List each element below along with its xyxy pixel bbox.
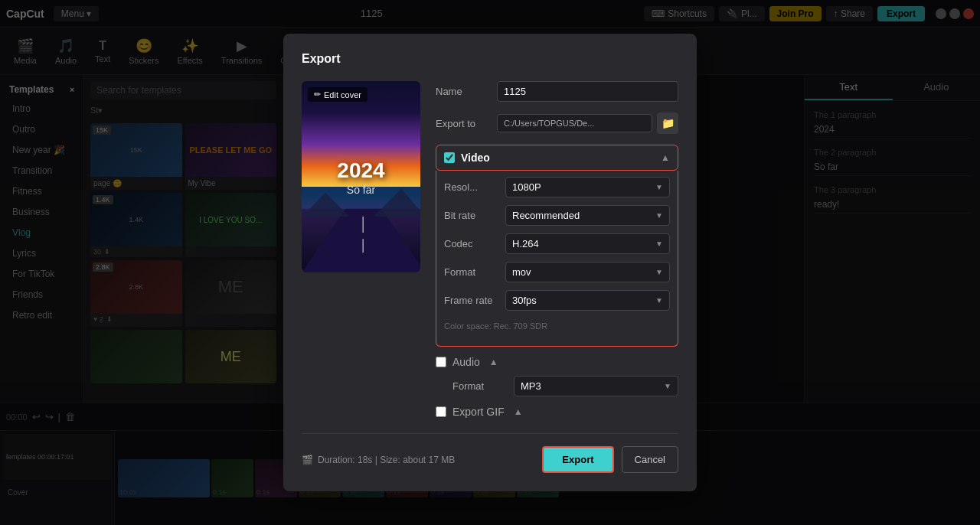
resolution-label: Resol... — [444, 181, 505, 193]
footer-buttons: Export Cancel — [542, 446, 678, 473]
name-label: Name — [436, 86, 497, 97]
codec-select[interactable]: H.264 ▼ — [505, 233, 670, 254]
export-to-label: Export to — [436, 118, 497, 129]
export-to-field-row: Export to C:/Users/TOPGUS/De... 📁 — [436, 112, 678, 134]
audio-header: Audio ▲ — [436, 356, 678, 368]
audio-format-label: Format — [452, 380, 514, 392]
cover-preview-container: 2024 So far ✏ Edit cover — [302, 81, 420, 418]
cover-text-sofar: So far — [302, 184, 420, 196]
name-field-row: Name — [436, 81, 678, 102]
browse-folder-button[interactable]: 📁 — [657, 112, 678, 134]
format-chevron-icon: ▼ — [655, 268, 663, 276]
gif-section: Export GIF ▲ — [436, 406, 678, 418]
modal-title: Export — [302, 52, 678, 66]
framerate-label: Frame rate — [444, 295, 505, 306]
resolution-select[interactable]: 1080P ▼ — [505, 177, 670, 197]
edit-cover-button[interactable]: ✏ Edit cover — [308, 87, 368, 102]
format-select[interactable]: mov ▼ — [505, 262, 670, 282]
audio-section: Audio ▲ Format MP3 ▼ — [436, 356, 678, 396]
audio-title: Audio — [452, 356, 480, 368]
color-space-info: Color space: Rec. 709 SDR — [444, 318, 670, 334]
audio-format-select[interactable]: MP3 ▼ — [514, 376, 678, 396]
format-row: Format mov ▼ — [444, 262, 670, 282]
video-info-icon[interactable]: ▲ — [661, 152, 670, 163]
cover-preview: 2024 So far — [302, 81, 420, 272]
framerate-row: Frame rate 30fps ▼ — [444, 290, 670, 311]
export-modal: Export — [283, 34, 697, 491]
export-button[interactable]: Export — [542, 446, 613, 473]
resolution-chevron-icon: ▼ — [655, 183, 663, 191]
svg-marker-4 — [302, 193, 349, 217]
name-input[interactable] — [497, 81, 678, 102]
codec-chevron-icon: ▼ — [655, 240, 663, 248]
codec-label: Codec — [444, 238, 505, 249]
audio-info-icon[interactable]: ▲ — [489, 357, 498, 367]
modal-overlay: Export — [0, 0, 980, 525]
codec-row: Codec H.264 ▼ — [444, 233, 670, 254]
video-title: Video — [461, 152, 490, 164]
audio-checkbox[interactable] — [436, 357, 446, 367]
audio-format-chevron-icon: ▼ — [664, 382, 671, 390]
gif-info-icon[interactable]: ▲ — [514, 406, 523, 417]
audio-fields: Format MP3 ▼ — [436, 376, 678, 396]
cancel-button[interactable]: Cancel — [622, 446, 678, 473]
audio-format-row: Format MP3 ▼ — [452, 376, 678, 396]
modal-form: Name Export to C:/Users/TOPGUS/De... 📁 — [436, 81, 678, 418]
gif-title: Export GIF — [452, 406, 505, 418]
duration-info: 🎬 Duration: 18s | Size: about 17 MB — [302, 455, 455, 465]
format-label: Format — [444, 266, 505, 278]
export-path-container: C:/Users/TOPGUS/De... 📁 — [497, 112, 678, 134]
resolution-row: Resol... 1080P ▼ — [444, 177, 670, 197]
video-section-header: Video ▲ — [436, 145, 678, 171]
bitrate-label: Bit rate — [444, 210, 505, 221]
cover-text-2024: 2024 — [302, 158, 420, 184]
edit-icon: ✏ — [314, 90, 321, 99]
cover-text-overlay: 2024 So far — [302, 158, 420, 196]
video-checkbox[interactable] — [444, 152, 455, 163]
bitrate-select[interactable]: Recommended ▼ — [505, 205, 670, 226]
video-fields: Resol... 1080P ▼ Bit rate Recommended ▼ — [436, 171, 678, 347]
bitrate-chevron-icon: ▼ — [655, 211, 663, 220]
video-file-icon: 🎬 — [302, 455, 313, 465]
export-path: C:/Users/TOPGUS/De... — [497, 114, 652, 132]
modal-body: 2024 So far ✏ Edit cover Name — [302, 81, 678, 418]
framerate-select[interactable]: 30fps ▼ — [505, 290, 670, 311]
modal-footer: 🎬 Duration: 18s | Size: about 17 MB Expo… — [302, 433, 678, 473]
folder-icon: 📁 — [662, 117, 675, 129]
bitrate-row: Bit rate Recommended ▼ — [444, 205, 670, 226]
framerate-chevron-icon: ▼ — [655, 296, 663, 305]
gif-checkbox[interactable] — [436, 406, 446, 417]
